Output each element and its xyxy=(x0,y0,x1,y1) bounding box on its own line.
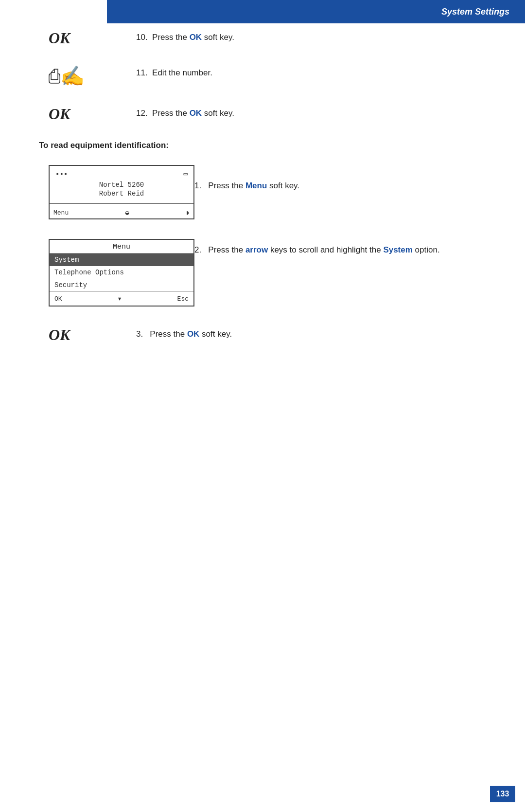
screen2-container: Menu System Telephone Options Security O… xyxy=(39,239,194,307)
step-suffix-10: soft key. xyxy=(202,33,234,42)
step-suffix-3: soft key. xyxy=(199,329,232,339)
step-text-1: 1. Press the Menu soft key. xyxy=(194,165,486,192)
step-text-11: 11. Edit the number. xyxy=(136,65,486,79)
step-row-11: ⎙✍ 11. Edit the number. xyxy=(39,65,486,88)
step-row-10: OK 10. Press the OK soft key. xyxy=(39,29,486,47)
step-num-3: 3. Press the xyxy=(136,329,187,339)
phone-screen-1: ▪▪▪ ▭ Nortel 5260 Robert Reid Menu ◒ ◗ xyxy=(49,165,194,219)
step-suffix-1: soft key. xyxy=(267,181,299,190)
menu-softkey1: OK xyxy=(54,295,62,303)
step-icon-ok-10: OK xyxy=(39,29,136,47)
step-num-1: 1. Press the xyxy=(194,181,245,190)
menu-title: Menu xyxy=(50,240,193,253)
arrow-down-icon: ▾ xyxy=(117,294,122,304)
step-suffix-12: soft key. xyxy=(202,108,234,118)
screen1-softkeys: Menu ◒ ◗ xyxy=(50,207,193,218)
step-num-12: 12. Press the xyxy=(136,108,190,118)
step-icon-ok-3: OK xyxy=(39,326,136,344)
signal-icon: ▪▪▪ xyxy=(55,170,68,178)
step-row-3: OK 3. Press the OK soft key. xyxy=(39,326,486,344)
step-num-10: 10. Press the xyxy=(136,33,190,42)
header-title: System Settings xyxy=(441,7,509,17)
screen1-content: ▪▪▪ ▭ Nortel 5260 Robert Reid xyxy=(50,166,193,200)
main-content: OK 10. Press the OK soft key. ⎙✍ 11. Edi… xyxy=(39,29,486,361)
page-number: 133 xyxy=(496,790,509,798)
ok-highlight-10: OK xyxy=(190,33,202,42)
screen1-container: ▪▪▪ ▭ Nortel 5260 Robert Reid Menu ◒ ◗ xyxy=(39,165,194,219)
step-icon-keypad-11: ⎙✍ xyxy=(39,65,136,88)
menu-softkey3: Esc xyxy=(177,295,189,303)
step-row-12: OK 12. Press the OK soft key. xyxy=(39,105,486,123)
menu-item-system: System xyxy=(50,253,193,266)
screen1-divider xyxy=(50,203,193,204)
ok-label-12: OK xyxy=(49,105,70,123)
menu-item-security: Security xyxy=(50,279,193,291)
menu-screen: Menu System Telephone Options Security O… xyxy=(49,239,194,307)
step-num-11: 11. Edit the number. xyxy=(136,68,212,77)
step-text-3: 3. Press the OK soft key. xyxy=(136,326,486,341)
ok-highlight-3: OK xyxy=(187,329,200,339)
ok-label-3: OK xyxy=(49,326,70,344)
screen1-line1: Nortel 5260 xyxy=(55,181,188,189)
page-number-box: 133 xyxy=(490,786,515,802)
ok-highlight-12: OK xyxy=(190,108,202,118)
step-num-2: 2. Press the xyxy=(194,245,245,254)
step-text-10: 10. Press the OK soft key. xyxy=(136,29,486,44)
menu-softkeys: OK ▾ Esc xyxy=(50,291,193,306)
menu-item-telephone: Telephone Options xyxy=(50,266,193,279)
step-row-2: Menu System Telephone Options Security O… xyxy=(39,239,486,307)
screen1-top-bar: ▪▪▪ ▭ xyxy=(55,170,188,178)
arrow-highlight: arrow xyxy=(245,245,268,254)
step-text-2: 2. Press the arrow keys to scroll and hi… xyxy=(194,239,486,256)
step-row-1: ▪▪▪ ▭ Nortel 5260 Robert Reid Menu ◒ ◗ 1… xyxy=(39,165,486,219)
step-icon-ok-12: OK xyxy=(39,105,136,123)
battery-icon: ▭ xyxy=(184,170,188,178)
step-text-12: 12. Press the OK soft key. xyxy=(136,105,486,120)
keypad-icon: ⎙✍ xyxy=(49,65,85,88)
screen1-line2: Robert Reid xyxy=(55,190,188,198)
step-middle-2: keys to scroll and highlight the xyxy=(268,245,383,254)
header-bar: System Settings xyxy=(107,0,525,23)
softkey2-icon: ◒ xyxy=(125,209,129,217)
step-suffix-2: option. xyxy=(413,245,440,254)
ok-label-10: OK xyxy=(49,29,70,47)
softkey3-icon: ◗ xyxy=(186,209,190,217)
softkey1-menu: Menu xyxy=(53,209,69,217)
section-heading: To read equipment identification: xyxy=(39,141,486,150)
system-highlight: System xyxy=(383,245,412,254)
menu-highlight: Menu xyxy=(245,181,267,190)
